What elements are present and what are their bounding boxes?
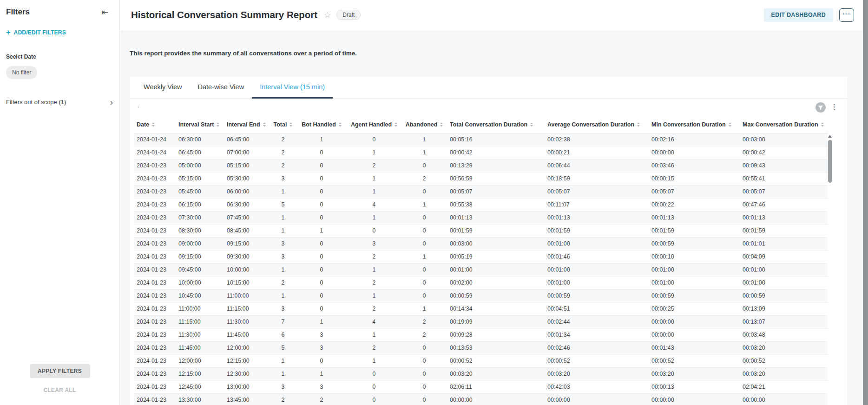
table-cell: 0 bbox=[401, 159, 447, 172]
table-cell: 0 bbox=[401, 211, 447, 224]
table-cell: 00:03:20 bbox=[447, 367, 545, 380]
table-cell: 00:14:34 bbox=[447, 302, 545, 315]
table-cell: 00:13:53 bbox=[447, 341, 545, 354]
table-cell: 2 bbox=[401, 172, 447, 185]
scroll-up-arrow-icon[interactable] bbox=[828, 135, 832, 138]
apply-filters-button[interactable]: APPLY FILTERS bbox=[30, 364, 90, 378]
edit-dashboard-button[interactable]: EDIT DASHBOARD bbox=[764, 8, 833, 22]
column-header-total[interactable]: Total bbox=[270, 116, 296, 133]
table-row: 2024-01-2313:30:0013:45:00220000:00:0000… bbox=[134, 393, 828, 405]
table-cell: 2 bbox=[270, 159, 296, 172]
filters-out-of-scope-expander[interactable]: Filters out of scope (1) › bbox=[0, 79, 119, 106]
table-cell: 02:04:21 bbox=[740, 380, 828, 393]
table-cell: 2 bbox=[347, 250, 401, 263]
table-cell: 00:01:34 bbox=[545, 328, 649, 341]
column-header-average-conversation-duration[interactable]: Average Conversation Duration bbox=[545, 116, 649, 133]
column-header-min-conversation-duration[interactable]: Min Conversation Duration bbox=[649, 116, 740, 133]
table-cell: 0 bbox=[296, 159, 347, 172]
column-header-agent-handled[interactable]: Agent Handled bbox=[347, 116, 401, 133]
clear-all-button[interactable]: CLEAR ALL bbox=[0, 387, 119, 393]
sort-icon bbox=[395, 122, 397, 127]
table-cell: 00:00:42 bbox=[447, 146, 545, 159]
table-cell: 1 bbox=[270, 289, 296, 302]
page-scrollbar[interactable] bbox=[863, 0, 868, 405]
table-row: 2024-01-2305:15:0005:30:00301200:56:5900… bbox=[134, 172, 828, 185]
table-cell: 0 bbox=[401, 380, 447, 393]
table-kebab-menu-icon[interactable]: ⋮ bbox=[831, 102, 838, 112]
table-cell: 00:02:16 bbox=[649, 133, 740, 146]
table-cell: 2024-01-23 bbox=[134, 276, 176, 289]
report-card: Weekly View Date-wise View Interval View… bbox=[130, 77, 847, 405]
table-cell: 2024-01-23 bbox=[134, 185, 176, 198]
table-cell: 00:00:59 bbox=[649, 237, 740, 250]
table-cell: 10:00:00 bbox=[176, 276, 224, 289]
table-cell: 00:01:00 bbox=[545, 237, 649, 250]
table-cell: 3 bbox=[296, 380, 347, 393]
column-header-interval-end[interactable]: Interval End bbox=[224, 116, 270, 133]
sort-icon bbox=[263, 122, 266, 127]
table-cell: 1 bbox=[347, 185, 401, 198]
table-cell: 00:04:51 bbox=[545, 302, 649, 315]
table-cell: 11:15:00 bbox=[224, 302, 270, 315]
column-header-bot-handled[interactable]: Bot Handled bbox=[296, 116, 347, 133]
collapse-sidebar-icon[interactable]: ⇤ bbox=[102, 8, 108, 16]
table-cell: 0 bbox=[347, 367, 401, 380]
table-cell: 1 bbox=[347, 146, 401, 159]
column-header-date[interactable]: Date bbox=[134, 116, 176, 133]
add-edit-filters-button[interactable]: + ADD/EDIT FILTERS bbox=[0, 17, 119, 36]
table-cell: 00:01:59 bbox=[545, 224, 649, 237]
column-header-label: Average Conversation Duration bbox=[547, 121, 634, 128]
table-cell: 4 bbox=[347, 198, 401, 211]
table-scrollbar[interactable] bbox=[827, 133, 833, 394]
table-cell: 2024-01-23 bbox=[134, 250, 176, 263]
table-cell: 00:00:00 bbox=[447, 393, 545, 405]
table-cell: 1 bbox=[296, 367, 347, 380]
tab-weekly-view[interactable]: Weekly View bbox=[136, 77, 190, 99]
table-cell: 0 bbox=[347, 380, 401, 393]
table-cell: 00:03:00 bbox=[447, 237, 545, 250]
table-cell: 09:30:00 bbox=[224, 250, 270, 263]
column-header-total-conversation-duration[interactable]: Total Conversation Duration bbox=[447, 116, 545, 133]
table-cell: 00:03:00 bbox=[740, 133, 828, 146]
table-cell: 13:45:00 bbox=[224, 393, 270, 405]
filter-funnel-icon[interactable] bbox=[815, 102, 826, 113]
page-scrollbar-thumb[interactable] bbox=[863, 0, 868, 405]
table-cell: 0 bbox=[296, 198, 347, 211]
favorite-star-icon[interactable]: ☆ bbox=[324, 10, 331, 20]
table-cell: 5 bbox=[270, 198, 296, 211]
table-cell: 08:30:00 bbox=[176, 224, 224, 237]
main-area: Historical Conversation Summary Report ☆… bbox=[120, 0, 863, 405]
tab-date-wise-view[interactable]: Date-wise View bbox=[190, 77, 252, 99]
table-cell: 2024-01-23 bbox=[134, 159, 176, 172]
column-header-abandoned[interactable]: Abandoned bbox=[401, 116, 447, 133]
column-header-max-conversation-duration[interactable]: Max Conversation Duration bbox=[740, 116, 828, 133]
table-cell: 05:45:00 bbox=[176, 185, 224, 198]
table-cell: 00:09:43 bbox=[740, 159, 828, 172]
table-cell: 1 bbox=[270, 211, 296, 224]
tab-interval-view[interactable]: Interval View (15 min) bbox=[252, 77, 333, 99]
table-cell: 2 bbox=[296, 393, 347, 405]
sort-icon bbox=[530, 122, 533, 127]
table-row: 2024-01-2308:30:0008:45:00110000:01:5900… bbox=[134, 224, 828, 237]
table-cell: 00:00:59 bbox=[447, 289, 545, 302]
table-cell: 00:04:09 bbox=[740, 250, 828, 263]
table-cell: 1 bbox=[347, 172, 401, 185]
column-header-label: Abandoned bbox=[406, 121, 438, 128]
table-cell: 00:00:59 bbox=[649, 289, 740, 302]
table-cell: 00:01:01 bbox=[740, 237, 828, 250]
more-options-button[interactable]: ··· bbox=[839, 8, 854, 22]
table-cell: 00:05:16 bbox=[447, 133, 545, 146]
table-scrollbar-thumb[interactable] bbox=[828, 140, 832, 183]
table-cell: 1 bbox=[296, 224, 347, 237]
column-header-interval-start[interactable]: Interval Start bbox=[176, 116, 224, 133]
table-cell: 0 bbox=[296, 354, 347, 367]
table-cell: 00:00:52 bbox=[447, 354, 545, 367]
sort-icon bbox=[217, 122, 219, 127]
table-cell: 3 bbox=[270, 172, 296, 185]
table-cell: 2 bbox=[401, 315, 447, 328]
table-cell: 00:00:00 bbox=[649, 393, 740, 405]
table-cell: 0 bbox=[347, 224, 401, 237]
table-cell: 1 bbox=[347, 354, 401, 367]
table-cell: 06:45:00 bbox=[224, 133, 270, 146]
table-cell: 00:01:13 bbox=[740, 211, 828, 224]
